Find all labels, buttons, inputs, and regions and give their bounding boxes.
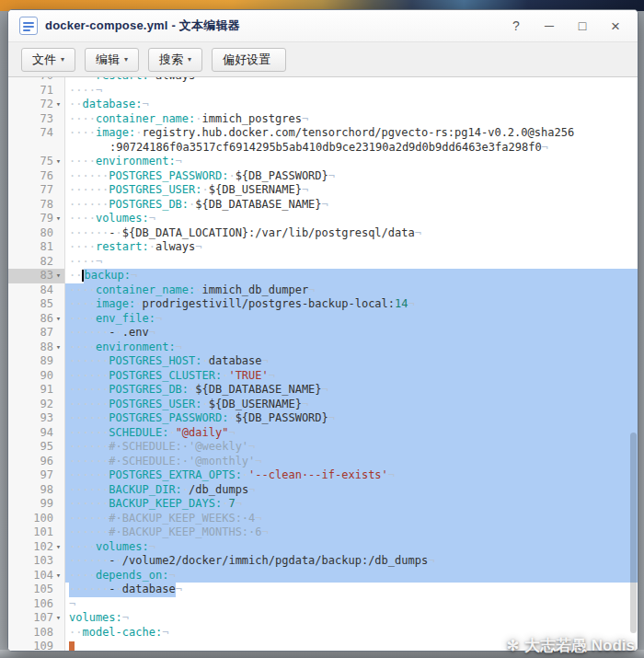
code-line[interactable]: 99······BACKUP_KEEP_DAYS:·7¬: [8, 497, 638, 512]
code-line-text[interactable]: ······#·BACKUP_KEEP_WEEKS:·4¬: [65, 512, 638, 526]
code-line[interactable]: 104▾····depends_on:¬: [8, 569, 638, 583]
code-line-text[interactable]: volumes:¬: [65, 611, 638, 626]
code-line-text[interactable]: ······POSTGRES_USER:·${DB_USERNAME}¬: [65, 183, 638, 198]
close-button[interactable]: ×: [608, 18, 623, 34]
token-ws: ·: [202, 354, 209, 367]
code-line-text[interactable]: ····environment:¬: [65, 341, 638, 355]
code-line[interactable]: 105······-·database¬: [8, 583, 638, 597]
code-line-text[interactable]: ····depends_on:¬: [65, 569, 638, 583]
code-line-text[interactable]: ······SCHEDULE:·"@daily"¬: [65, 426, 638, 441]
code-line[interactable]: 86▾····env_file:¬: [8, 312, 638, 327]
code-line[interactable]: 81····restart:·always¬: [8, 240, 638, 255]
code-line[interactable]: 103······-·/volume2/docker/immich/pgdata…: [8, 554, 638, 569]
code-line[interactable]: 80······-·${DB_DATA_LOCATION}:/var/lib/p…: [8, 226, 638, 241]
code-line-text[interactable]: ··backup:¬: [65, 269, 638, 283]
code-line[interactable]: 102▾····volumes:¬: [8, 540, 638, 555]
title-bar[interactable]: docker-compose.yml - 文本编辑器 ? ─ □ ×: [8, 10, 638, 42]
token-ws: ·: [228, 169, 235, 182]
code-line[interactable]: 75▾····environment:¬: [8, 155, 638, 169]
code-line[interactable]: 93······POSTGRES_PASSWORD:·${DB_PASSWORD…: [8, 411, 638, 426]
fold-arrow-icon[interactable]: ▾: [53, 155, 63, 169]
code-line-text[interactable]: ····¬: [65, 84, 638, 98]
line-number: 84: [8, 283, 53, 298]
code-line-text[interactable]: ······-·${DB_DATA_LOCATION}:/var/lib/pos…: [65, 226, 638, 241]
code-line[interactable]: 100······#·BACKUP_KEEP_WEEKS:·4¬: [8, 512, 638, 526]
code-line[interactable]: 77······POSTGRES_USER:·${DB_USERNAME}¬: [8, 183, 638, 198]
code-line-text[interactable]: ····image:·registry.hub.docker.com/tenso…: [65, 126, 638, 155]
fold-arrow-icon[interactable]: ▾: [53, 269, 63, 283]
code-line[interactable]: 98······BACKUP_DIR:·/db_dumps¬: [8, 483, 638, 498]
code-line-text[interactable]: ····container_name:·immich_postgres¬: [65, 112, 638, 127]
fold-arrow-icon[interactable]: ▾: [53, 98, 63, 112]
code-line-text[interactable]: ¬: [65, 597, 638, 612]
code-line-text[interactable]: ······-·database¬: [65, 583, 638, 597]
code-line[interactable]: 88▾····environment:¬: [8, 341, 638, 355]
code-line[interactable]: 107▾volumes:¬: [8, 611, 638, 626]
code-line-text[interactable]: ······POSTGRES_EXTRA_OPTS:·'--clean·--if…: [65, 468, 638, 483]
code-line-text[interactable]: ····volumes:¬: [65, 212, 638, 226]
code-line[interactable]: 82····¬: [8, 255, 638, 270]
code-line[interactable]: 74····image:·registry.hub.docker.com/ten…: [8, 126, 638, 155]
menu-edit-button[interactable]: 编辑 ▾: [85, 48, 139, 72]
code-line[interactable]: 76······POSTGRES_PASSWORD:·${DB_PASSWORD…: [8, 169, 638, 184]
code-line[interactable]: 90······POSTGRES_CLUSTER:·'TRUE'¬: [8, 369, 638, 384]
code-line[interactable]: 101······#·BACKUP_KEEP_MONTHS:·6¬: [8, 525, 638, 540]
fold-arrow-icon[interactable]: ▾: [53, 540, 63, 555]
menu-preferences-button[interactable]: 偏好设置: [212, 48, 286, 72]
code-line-text[interactable]: ····volumes:¬: [65, 540, 638, 555]
code-line-text[interactable]: ······#·SCHEDULE:·'@weekly'¬: [65, 440, 638, 455]
code-line-text[interactable]: ··database:¬: [65, 98, 638, 112]
minimize-button[interactable]: ─: [542, 19, 557, 32]
code-line[interactable]: 73····container_name:·immich_postgres¬: [8, 112, 638, 127]
menu-search-button[interactable]: 搜索 ▾: [148, 48, 202, 72]
code-line-text[interactable]: ····restart:·always¬: [65, 240, 638, 255]
code-line[interactable]: 72▾··database:¬: [8, 98, 638, 112]
code-editor[interactable]: 70····restart:·always¬71····¬72▾··databa…: [8, 77, 638, 651]
code-line[interactable]: 92······POSTGRES_USER:·${DB_USERNAME}¬: [8, 398, 638, 412]
code-line[interactable]: 89······POSTGRES_HOST:·database¬: [8, 354, 638, 369]
code-line-text[interactable]: ······POSTGRES_USER:·${DB_USERNAME}¬: [65, 398, 638, 412]
code-line[interactable]: 95······#·SCHEDULE:·'@weekly'¬: [8, 440, 638, 455]
code-line-text[interactable]: ······POSTGRES_DB:·${DB_DATABASE_NAME}¬: [65, 198, 638, 213]
code-line-text[interactable]: ······#·SCHEDULE:·'@monthly'¬: [65, 455, 638, 469]
code-line[interactable]: 71····¬: [8, 84, 638, 98]
code-line-text[interactable]: ······BACKUP_DIR:·/db_dumps¬: [65, 483, 638, 498]
help-button[interactable]: ?: [509, 19, 523, 32]
code-line[interactable]: 96······#·SCHEDULE:·'@monthly'¬: [8, 455, 638, 469]
fold-arrow-icon[interactable]: ▾: [53, 212, 63, 226]
code-line[interactable]: 79▾····volumes:¬: [8, 212, 638, 226]
code-line[interactable]: 87······-·.env¬: [8, 326, 638, 341]
vertical-scrollbar-thumb[interactable]: [630, 433, 637, 633]
fold-arrow-icon[interactable]: ▾: [53, 312, 63, 327]
code-line[interactable]: 85····image:·prodrigestivill/postgres-ba…: [8, 297, 638, 312]
code-line[interactable]: 78······POSTGRES_DB:·${DB_DATABASE_NAME}…: [8, 198, 638, 213]
fold-arrow-icon[interactable]: ▾: [53, 611, 63, 626]
code-line-text[interactable]: ······#·BACKUP_KEEP_MONTHS:·6¬: [65, 525, 638, 540]
maximize-button[interactable]: □: [575, 19, 590, 32]
code-line[interactable]: 83▾··backup:¬: [8, 269, 638, 283]
code-line[interactable]: 106¬: [8, 597, 638, 612]
code-line-text[interactable]: ······POSTGRES_CLUSTER:·'TRUE'¬: [65, 369, 638, 384]
code-line[interactable]: 97······POSTGRES_EXTRA_OPTS:·'--clean·--…: [8, 468, 638, 483]
code-line-text[interactable]: ······POSTGRES_DB:·${DB_DATABASE_NAME}¬: [65, 383, 638, 398]
wrapped-line-continuation[interactable]: :90724186f0a3517cf6914295b5ab410db9ce231…: [69, 141, 638, 156]
code-line[interactable]: 91······POSTGRES_DB:·${DB_DATABASE_NAME}…: [8, 383, 638, 398]
menu-file-button[interactable]: 文件 ▾: [21, 48, 75, 72]
code-line-text[interactable]: ······-·.env¬: [65, 326, 638, 341]
fold-arrow-icon[interactable]: ▾: [53, 341, 63, 355]
code-line-text[interactable]: ······BACKUP_KEEP_DAYS:·7¬: [65, 497, 638, 512]
code-line-text[interactable]: ····environment:¬: [65, 155, 638, 169]
code-line-text[interactable]: ····image:·prodrigestivill/postgres-back…: [65, 297, 638, 312]
code-line-text[interactable]: ····env_file:¬: [65, 312, 638, 327]
code-line-text[interactable]: ······POSTGRES_PASSWORD:·${DB_PASSWORD}¬: [65, 169, 638, 184]
fold-arrow-icon[interactable]: ▾: [53, 569, 63, 583]
code-line-text[interactable]: ····¬: [65, 255, 638, 270]
code-line-text[interactable]: ······-·/volume2/docker/immich/pgdata/ba…: [65, 554, 638, 569]
code-line[interactable]: 94······SCHEDULE:·"@daily"¬: [8, 426, 638, 441]
fold-spacer: [53, 126, 63, 155]
code-line-text[interactable]: ······POSTGRES_HOST:·database¬: [65, 354, 638, 369]
code-line-text[interactable]: ······POSTGRES_PASSWORD:·${DB_PASSWORD}¬: [65, 411, 638, 426]
token-com: #·BACKUP_KEEP_MONTHS:·6: [109, 525, 261, 538]
code-line[interactable]: 84····container_name:·immich_db_dumper¬: [8, 283, 638, 298]
code-line-text[interactable]: ····container_name:·immich_db_dumper¬: [65, 283, 638, 298]
